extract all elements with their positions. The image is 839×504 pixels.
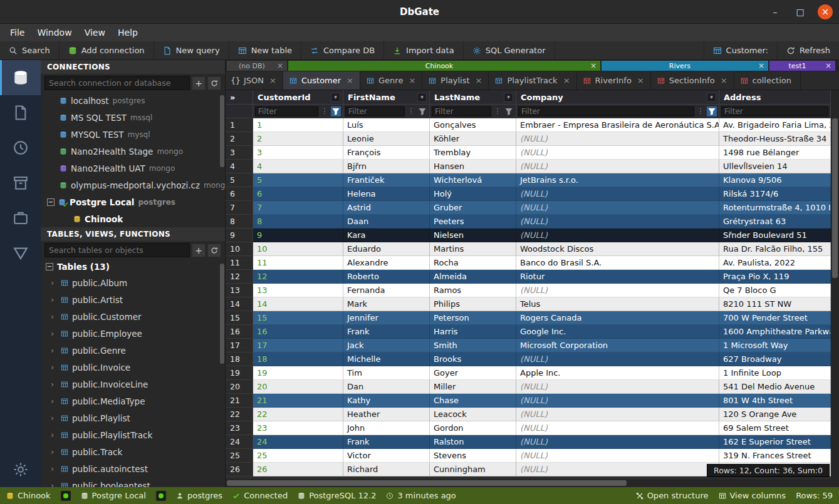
table-row[interactable]: 2424FrankRalston(NULL)162 E Superior Str…	[226, 435, 831, 449]
table-item-public-artist[interactable]: ›public.Artist	[41, 291, 225, 308]
cell-lastname[interactable]: Tremblay	[430, 146, 516, 160]
connection-item-nano2health-stage[interactable]: Nano2Health Stagemongo	[41, 143, 225, 160]
cell-company[interactable]: Woodstock Discos	[516, 242, 719, 256]
chevron-right-icon[interactable]: ›	[51, 413, 57, 423]
cell-customerid[interactable]: 16	[253, 325, 343, 339]
close-button[interactable]: ×	[818, 4, 833, 19]
table-row[interactable]: 22LeonieKöhler(NULL)Theodor-Heuss-Straße…	[226, 132, 831, 146]
close-tab-icon[interactable]: ×	[347, 76, 353, 85]
row-number[interactable]: 5	[226, 173, 253, 187]
cell-lastname[interactable]: Nielsen	[430, 229, 516, 242]
cell-customerid[interactable]: 25	[253, 449, 343, 463]
cell-address[interactable]: Qe 7 Bloco G	[719, 284, 831, 297]
cell-customerid[interactable]: 19	[253, 366, 343, 380]
horizontal-scrollbar-thumb[interactable]	[227, 480, 627, 486]
cell-company[interactable]: (NULL)	[516, 187, 719, 201]
table-item-public-track[interactable]: ›public.Track	[41, 443, 225, 460]
chevron-right-icon[interactable]: ›	[51, 481, 57, 487]
cell-customerid[interactable]: 8	[253, 215, 343, 229]
row-number[interactable]: 24	[226, 435, 253, 449]
collapse-icon[interactable]: −	[47, 198, 55, 206]
cell-lastname[interactable]: Ramos	[430, 284, 516, 297]
tab-playlist[interactable]: Playlist×	[422, 71, 489, 90]
table-item-public-mediatype[interactable]: ›public.MediaType	[41, 393, 225, 409]
row-number[interactable]: 6	[226, 187, 253, 201]
row-number[interactable]: 7	[226, 201, 253, 215]
cell-firstname[interactable]: Astrid	[343, 201, 430, 215]
table-row[interactable]: 1010EduardoMartinsWoodstock DiscosRua Dr…	[226, 242, 831, 256]
cell-customerid[interactable]: 13	[253, 284, 343, 297]
cell-customerid[interactable]: 26	[253, 463, 343, 476]
row-number[interactable]: 22	[226, 408, 253, 421]
cell-firstname[interactable]: Frank	[343, 435, 430, 449]
cell-company[interactable]: Embraer - Empresa Brasileira de Aeronáut…	[516, 118, 719, 132]
row-number[interactable]: 3	[226, 146, 253, 160]
connection-item-mysql-test[interactable]: MYSQL TESTmysql	[41, 126, 225, 143]
cell-address[interactable]: 120 S Orange Ave	[719, 408, 831, 421]
database-tab-no-db[interactable]: (no DB)×	[227, 61, 287, 71]
toolbar-button-compare-db[interactable]: Compare DB	[301, 41, 384, 59]
status-view-columns[interactable]: View columns	[719, 491, 786, 500]
cell-address[interactable]: Praça Pio X, 119	[719, 270, 831, 284]
connection-search-input[interactable]	[44, 76, 190, 90]
cell-address[interactable]: Av. Brigadeiro Faria Lima, 2170	[719, 118, 831, 132]
sidebar-widget-plugins[interactable]	[0, 235, 41, 270]
cell-address[interactable]: 1 Microsoft Way	[719, 339, 831, 352]
cell-company[interactable]: (NULL)	[516, 421, 719, 435]
cell-customerid[interactable]: 22	[253, 408, 343, 421]
cell-firstname[interactable]: Frantiček	[343, 173, 430, 187]
chevron-right-icon[interactable]: ›	[51, 363, 57, 372]
table-item-public-customer[interactable]: ›public.Customer	[41, 308, 225, 325]
cell-firstname[interactable]: Heather	[343, 408, 430, 421]
connection-item-olympus-medportal-vychozi-cz[interactable]: olympus-medportal.vychozi.czmongo	[41, 177, 225, 193]
cell-customerid[interactable]: 23	[253, 421, 343, 435]
cell-firstname[interactable]: Daan	[343, 215, 430, 229]
table-row[interactable]: 33FrançoisTremblay(NULL)1498 rue Bélange…	[226, 146, 831, 160]
close-tab-icon[interactable]: ×	[754, 61, 764, 70]
cell-customerid[interactable]: 24	[253, 435, 343, 449]
cell-address[interactable]: Theodor-Heuss-Straße 34	[719, 132, 831, 146]
database-tab-rivers[interactable]: Rivers×	[602, 61, 768, 71]
menu-item-window[interactable]: Window	[31, 26, 78, 39]
table-row[interactable]: 1313FernandaRamos(NULL)Qe 7 Bloco G	[226, 284, 831, 297]
table-row[interactable]: 66HelenaHolý(NULL)Rilská 3174/6	[226, 187, 831, 201]
tab-genre[interactable]: Genre×	[360, 71, 422, 90]
tab-collection[interactable]: collection	[734, 71, 801, 90]
cell-firstname[interactable]: Jack	[343, 339, 430, 352]
cell-lastname[interactable]: Cunningham	[430, 463, 516, 476]
row-number[interactable]: 18	[226, 352, 253, 366]
grid-corner-button[interactable]: »	[226, 90, 253, 105]
table-row[interactable]: 77AstridGruber(NULL)Rotenturmstraße 4, 1…	[226, 201, 831, 215]
table-row[interactable]: 88DaanPeeters(NULL)Grétrystraat 63	[226, 215, 831, 229]
cell-customerid[interactable]: 21	[253, 394, 343, 408]
cell-firstname[interactable]: Kara	[343, 229, 430, 242]
table-item-public-album[interactable]: ›public.Album	[41, 274, 225, 291]
row-number[interactable]: 25	[226, 449, 253, 463]
close-tab-icon[interactable]: ×	[637, 76, 644, 85]
table-row[interactable]: 1111AlexandreRochaBanco do Brasil S.A.Av…	[226, 256, 831, 270]
vertical-scrollbar[interactable]	[831, 90, 839, 479]
row-number[interactable]: 21	[226, 394, 253, 408]
cell-firstname[interactable]: Dan	[343, 380, 430, 394]
cell-firstname[interactable]: Richard	[343, 463, 430, 476]
row-number[interactable]: 14	[226, 297, 253, 311]
chevron-right-icon[interactable]: ›	[51, 464, 57, 473]
cell-company[interactable]: Rogers Canada	[516, 311, 719, 325]
cell-lastname[interactable]: Ralston	[430, 435, 516, 449]
maximize-button[interactable]: □	[793, 4, 808, 19]
table-row[interactable]: 1212RobertoAlmeidaRioturPraça Pio X, 119	[226, 270, 831, 284]
filter-funnel-icon[interactable]	[707, 106, 717, 116]
cell-company[interactable]: (NULL)	[516, 380, 719, 394]
cell-firstname[interactable]: Jennifer	[343, 311, 430, 325]
toolbar-button-new-table[interactable]: New table	[229, 41, 301, 59]
cell-address[interactable]: 69 Salem Street	[719, 421, 831, 435]
cell-firstname[interactable]: Leonie	[343, 132, 430, 146]
cell-company[interactable]: (NULL)	[516, 229, 719, 242]
database-tab-test1[interactable]: test1×	[769, 61, 835, 71]
cell-address[interactable]: Rotenturmstraße 4, 1010 Innere Stadt	[719, 201, 831, 215]
table-item-public-playlisttrack[interactable]: ›public.PlaylistTrack	[41, 426, 225, 443]
tab-playlisttrack[interactable]: PlaylistTrack×	[489, 71, 576, 90]
row-number[interactable]: 16	[226, 325, 253, 339]
cell-company[interactable]: Telus	[516, 297, 719, 311]
sidebar-widget-history[interactable]	[0, 130, 41, 165]
